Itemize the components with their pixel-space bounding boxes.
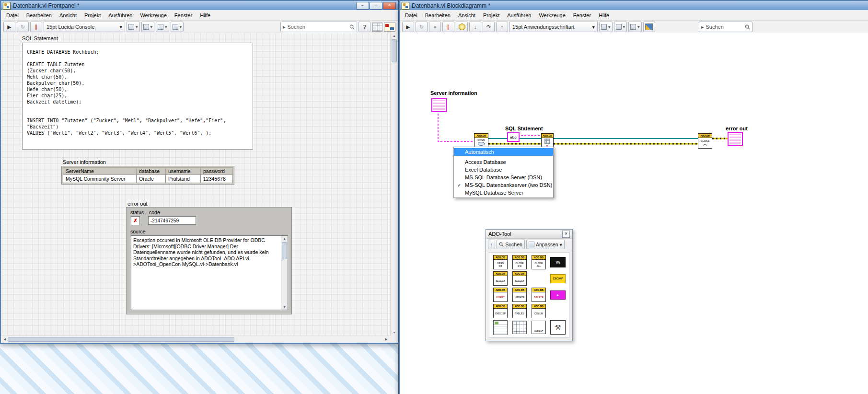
palette-icon-ado-select-1[interactable]: ADO.DB SELECT bbox=[493, 271, 508, 286]
step-over-button[interactable]: ↷ bbox=[483, 22, 495, 32]
scrollbar-thumb[interactable] bbox=[8, 337, 234, 342]
scroll-up-icon[interactable]: ▲ bbox=[391, 34, 398, 37]
scroll-down-icon[interactable]: ▼ bbox=[281, 305, 288, 309]
align-objects-dropdown[interactable]: ▾ bbox=[127, 22, 140, 32]
search-input[interactable]: ▸ Suchen bbox=[280, 22, 357, 32]
database-field[interactable]: Oracle bbox=[137, 175, 166, 183]
close-button[interactable]: ✕ bbox=[383, 2, 396, 10]
code-field[interactable]: -2147467259 bbox=[148, 216, 196, 225]
palette-icon-ado-select-2[interactable]: ADO.DB SELECT bbox=[512, 271, 527, 286]
menu-bearbeiten[interactable]: Bearbeiten bbox=[23, 11, 56, 20]
step-into-button[interactable]: ↓ bbox=[469, 22, 481, 32]
maximize-button[interactable]: □ bbox=[370, 2, 382, 10]
distribute-objects-dropdown[interactable]: ▾ bbox=[141, 22, 155, 32]
menu-datei[interactable]: Datei bbox=[2, 11, 23, 20]
search-input[interactable]: ▸ Suchen bbox=[699, 22, 752, 32]
cleanup-diagram-button[interactable] bbox=[643, 22, 655, 32]
menu-werkzeuge[interactable]: Werkzeuge bbox=[136, 11, 170, 20]
resize-objects-dropdown[interactable]: ▾ bbox=[156, 22, 169, 32]
menu-item-mssql-dsn[interactable]: MS-SQL Database Server (DSN) bbox=[454, 174, 553, 181]
sql-statement-textbox[interactable]: CREATE DATABASE Kochbuch; CREATE TABLE Z… bbox=[22, 43, 253, 150]
menu-item-excel-database[interactable]: Excel Database bbox=[454, 166, 553, 174]
ado-execute-node[interactable]: ADO.DB ▸ bbox=[541, 133, 554, 148]
error-out-terminal[interactable] bbox=[728, 132, 743, 146]
palette-icon-variant[interactable]: VARIANT bbox=[532, 321, 546, 334]
ado-close-node[interactable]: ADO.DB CLOSE >< bbox=[698, 133, 712, 149]
palette-close-button[interactable]: ✕ bbox=[562, 231, 570, 238]
align-objects-dropdown[interactable]: ▾ bbox=[599, 22, 613, 32]
palette-titlebar[interactable]: ADO-Tool ✕ bbox=[486, 230, 572, 239]
username-field[interactable]: Prüfstand bbox=[166, 175, 201, 183]
pause-button[interactable]: ∥ bbox=[30, 22, 42, 32]
scrollbar-thumb[interactable] bbox=[392, 39, 397, 62]
scroll-down-icon[interactable]: ▼ bbox=[391, 331, 398, 334]
step-out-button[interactable]: ↑ bbox=[496, 22, 508, 32]
server-cluster-terminal[interactable] bbox=[431, 98, 447, 112]
status-indicator[interactable]: ✗ bbox=[131, 216, 140, 225]
menu-fenster[interactable]: Fenster bbox=[569, 11, 595, 20]
menu-ansicht[interactable]: Ansicht bbox=[454, 11, 479, 20]
palette-icon-csconf[interactable]: CSCONF bbox=[550, 274, 566, 283]
menu-item-access-database[interactable]: Access Database bbox=[454, 158, 553, 166]
distribute-objects-dropdown[interactable]: ▾ bbox=[614, 22, 627, 32]
servername-field[interactable]: MySQL Community Server bbox=[63, 175, 137, 183]
palette-icon-array[interactable] bbox=[512, 321, 527, 334]
source-scrollbar[interactable]: ▲ ▼ bbox=[281, 236, 288, 310]
palette-icon-ado-update[interactable]: ADO.DB UPDATE bbox=[512, 288, 527, 302]
sql-string-terminal[interactable]: abc bbox=[507, 132, 520, 142]
minimize-button[interactable]: – bbox=[356, 2, 369, 10]
font-selector[interactable]: 15pt Lucida Console ▾ bbox=[44, 22, 125, 32]
menu-ansicht[interactable]: Ansicht bbox=[56, 11, 81, 20]
palette-customize-button[interactable]: Anpassen ▾ bbox=[526, 240, 565, 249]
palette-icon-ado-colum[interactable]: ADO.DB COLUM bbox=[532, 304, 546, 318]
blockdiagram-canvas[interactable]: Server information ADO.DB OPEN MySQL SQL… bbox=[400, 33, 868, 394]
menu-fenster[interactable]: Fenster bbox=[171, 11, 196, 20]
scrollbar-thumb[interactable] bbox=[282, 242, 287, 259]
menu-hilfe[interactable]: Hilfe bbox=[595, 11, 613, 20]
palette-up-button[interactable]: ↑ bbox=[488, 240, 495, 249]
palette-icon-ado-close[interactable]: ADO.DB CLOSE>< bbox=[512, 255, 527, 269]
frontpanel-horizontal-scrollbar[interactable]: ◀ ▶ bbox=[1, 336, 390, 343]
reorder-dropdown[interactable]: ▾ bbox=[628, 22, 642, 32]
menu-datei[interactable]: Datei bbox=[401, 11, 421, 20]
highlight-execution-button[interactable] bbox=[456, 22, 468, 32]
palette-search-button[interactable]: Suchen bbox=[497, 240, 525, 249]
menu-projekt[interactable]: Projekt bbox=[81, 11, 104, 20]
run-continuous-button[interactable]: ↻ bbox=[17, 22, 29, 32]
source-textbox[interactable]: Exception occured in Microsoft OLE DB Pr… bbox=[131, 235, 288, 310]
connector-pane-icon[interactable] bbox=[372, 23, 382, 32]
search-dropdown-icon[interactable]: ▸ bbox=[283, 24, 286, 30]
abort-button[interactable]: ● bbox=[429, 22, 441, 32]
search-dropdown-icon[interactable]: ▸ bbox=[701, 24, 704, 30]
font-selector[interactable]: 15pt Anwendungsschriftart ▾ bbox=[509, 22, 598, 32]
frontpanel-canvas[interactable]: SQL Statement CREATE DATABASE Kochbuch; … bbox=[1, 33, 390, 336]
password-field[interactable]: 12345678 bbox=[201, 175, 233, 183]
palette-icon-ado-tables[interactable]: ADO.DB TABLES bbox=[512, 304, 527, 318]
scroll-right-icon[interactable]: ▶ bbox=[384, 337, 389, 341]
palette-icon-magenta[interactable]: ▸ bbox=[550, 290, 566, 300]
palette-icon-ado-exec-sp[interactable]: ADO.DB EXEC SP bbox=[493, 304, 508, 318]
menu-bearbeiten[interactable]: Bearbeiten bbox=[421, 11, 454, 20]
palette-icon-tools[interactable]: ⚒ bbox=[550, 320, 566, 335]
frontpanel-titlebar[interactable]: Datenbank.vi Frontpanel * – □ ✕ bbox=[1, 1, 398, 10]
frontpanel-vertical-scrollbar[interactable]: ▲ ▼ bbox=[390, 33, 398, 336]
menu-item-mssql-wo-dsn[interactable]: ✓ MS-SQL Datenbankserver (/wo DSN) bbox=[454, 181, 553, 189]
menu-werkzeuge[interactable]: Werkzeuge bbox=[535, 11, 569, 20]
pause-button[interactable]: ∥ bbox=[442, 22, 454, 32]
vi-icon[interactable] bbox=[384, 23, 395, 32]
run-button[interactable]: ▶ bbox=[402, 22, 414, 32]
palette-icon-report[interactable] bbox=[493, 320, 508, 335]
menu-item-automatisch[interactable]: Automatisch bbox=[454, 148, 553, 156]
palette-icon-ado-delete[interactable]: ADO.DB DELETE bbox=[532, 288, 546, 302]
context-help-button[interactable]: ? bbox=[359, 22, 370, 32]
palette-icon-ado-close-all[interactable]: ADO.DB CLOSEALL bbox=[532, 255, 546, 269]
server-cluster-wire[interactable] bbox=[438, 110, 474, 141]
menu-ausfuehren[interactable]: Ausführen bbox=[503, 11, 535, 20]
reorder-dropdown[interactable]: ▾ bbox=[171, 22, 184, 32]
run-button[interactable]: ▶ bbox=[3, 22, 15, 32]
run-continuous-button[interactable]: ↻ bbox=[416, 22, 428, 32]
menu-item-mysql-database-server[interactable]: MySQL Database Server bbox=[454, 189, 553, 197]
palette-icon-va[interactable]: VA bbox=[550, 257, 566, 267]
scroll-left-icon[interactable]: ◀ bbox=[2, 337, 7, 341]
menu-hilfe[interactable]: Hilfe bbox=[196, 11, 214, 20]
